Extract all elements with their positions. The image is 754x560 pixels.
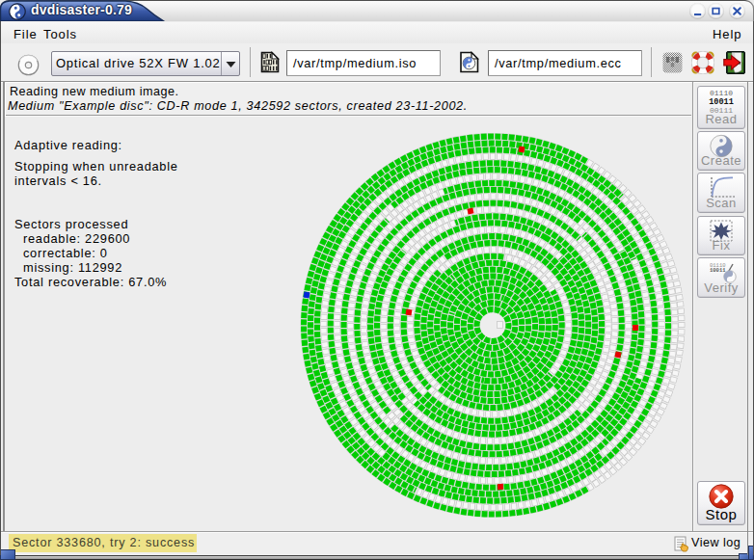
svg-text:01110: 01110 — [710, 89, 733, 97]
svg-text:10011: 10011 — [710, 267, 726, 274]
